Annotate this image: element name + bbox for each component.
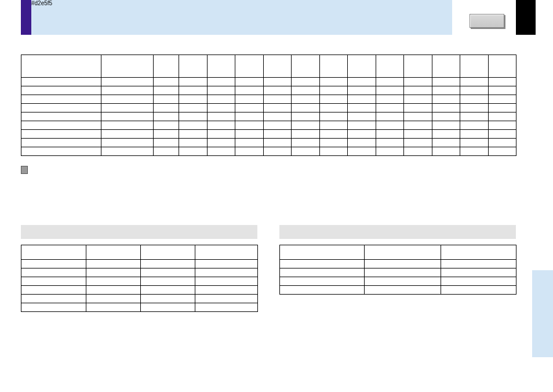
table-cell <box>404 104 432 112</box>
table-header-row <box>21 245 258 260</box>
table-header-row <box>280 245 516 260</box>
table-cell <box>404 121 432 130</box>
table-cell <box>141 268 195 277</box>
table-cell <box>280 260 365 268</box>
table-header-cell <box>441 245 516 260</box>
table-cell <box>460 121 489 130</box>
right-subtable-block <box>279 225 516 295</box>
table-cell <box>21 86 101 95</box>
table-cell <box>441 268 516 277</box>
table-cell <box>432 139 460 147</box>
left-subtable <box>21 245 258 312</box>
header-button[interactable] <box>470 14 504 28</box>
table-cell <box>319 121 348 130</box>
table-cell <box>21 130 101 139</box>
table-header-cell <box>21 245 86 260</box>
table-cell <box>432 104 460 112</box>
table-cell <box>441 260 516 268</box>
table-cell <box>488 112 516 121</box>
table-header-cell <box>207 55 235 78</box>
table-cell <box>460 78 489 86</box>
table-header-cell <box>154 55 179 78</box>
accent-bar <box>21 0 31 35</box>
table-cell <box>179 147 208 156</box>
table-cell <box>280 268 365 277</box>
left-subtable-block <box>21 225 257 312</box>
table-header-cell <box>141 245 195 260</box>
table-cell <box>154 121 179 130</box>
table-cell <box>404 95 432 104</box>
table-cell <box>21 295 86 303</box>
table-header-cell <box>365 245 441 260</box>
table-header-cell <box>292 55 320 78</box>
table-cell <box>376 78 404 86</box>
table-cell <box>207 147 235 156</box>
table-cell <box>21 277 86 286</box>
table-cell <box>404 130 432 139</box>
table-cell <box>101 130 154 139</box>
table-cell <box>365 286 441 295</box>
table-cell <box>348 104 376 112</box>
table-cell <box>376 147 404 156</box>
table-cell <box>235 139 264 147</box>
table-cell <box>404 139 432 147</box>
table-cell <box>195 268 258 277</box>
table-cell <box>101 139 154 147</box>
table-header-cell <box>86 245 141 260</box>
table-cell <box>21 112 101 121</box>
table-cell <box>86 303 141 312</box>
table-cell <box>101 147 154 156</box>
table-cell <box>319 139 348 147</box>
table-cell <box>154 112 179 121</box>
table-header-cell <box>280 245 365 260</box>
table-cell <box>292 147 320 156</box>
table-header-cell <box>348 55 376 78</box>
table-cell <box>348 86 376 95</box>
table-header-cell <box>488 55 516 78</box>
table-cell <box>21 268 86 277</box>
table-cell <box>488 95 516 104</box>
table-cell <box>404 112 432 121</box>
table-cell <box>207 78 235 86</box>
table-cell <box>460 130 489 139</box>
page: #d2e5f5 <box>0 0 553 392</box>
main-table-wrap <box>21 55 516 156</box>
table-cell <box>292 121 320 130</box>
table-cell <box>319 78 348 86</box>
table-header-cell <box>404 55 432 78</box>
table-row <box>21 139 516 147</box>
table-cell <box>21 121 101 130</box>
table-cell <box>154 86 179 95</box>
table-cell <box>154 95 179 104</box>
table-cell <box>235 78 264 86</box>
table-row <box>21 95 516 104</box>
table-cell <box>235 112 264 121</box>
table-cell <box>179 112 208 121</box>
table-header-cell <box>263 55 292 78</box>
table-cell <box>101 78 154 86</box>
table-header-cell <box>235 55 264 78</box>
table-cell <box>21 95 101 104</box>
table-cell <box>292 78 320 86</box>
table-header-row <box>21 55 516 78</box>
table-cell <box>348 112 376 121</box>
table-row <box>21 303 258 312</box>
table-row <box>21 295 258 303</box>
table-cell <box>263 78 292 86</box>
table-row <box>280 260 516 268</box>
table-cell <box>207 86 235 95</box>
table-cell <box>195 286 258 295</box>
table-cell <box>21 104 101 112</box>
table-cell <box>404 147 432 156</box>
table-header-cell <box>195 245 258 260</box>
table-cell <box>86 286 141 295</box>
table-cell <box>235 95 264 104</box>
table-cell <box>101 112 154 121</box>
table-cell <box>460 112 489 121</box>
table-cell <box>101 95 154 104</box>
table-cell <box>488 86 516 95</box>
table-cell <box>21 139 101 147</box>
table-cell <box>319 86 348 95</box>
side-tab[interactable] <box>532 270 553 357</box>
table-cell <box>21 147 101 156</box>
